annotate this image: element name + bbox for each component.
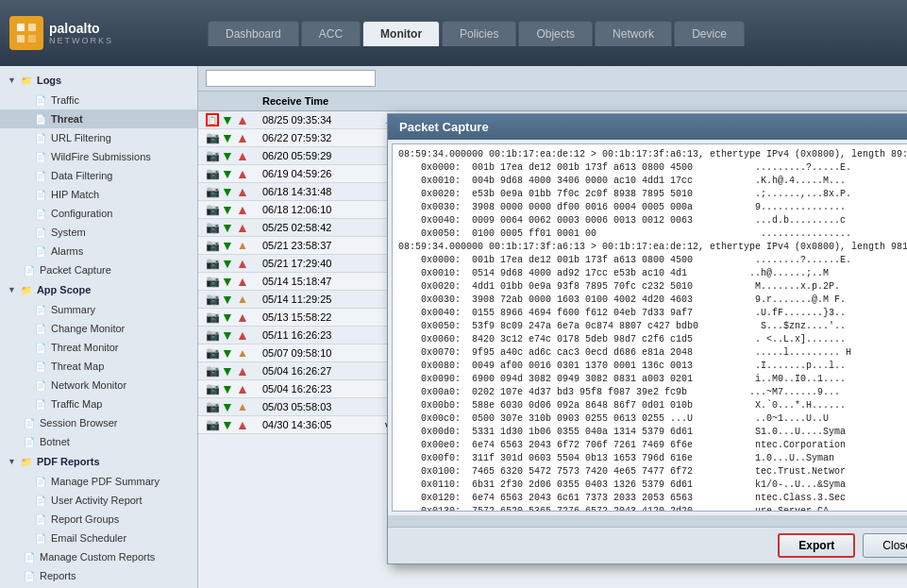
export-button[interactable]: Export xyxy=(778,533,855,558)
row-up-icon[interactable]: ▲ xyxy=(236,239,249,252)
sidebar-item-network-monitor[interactable]: 📄 Network Monitor xyxy=(0,376,197,395)
row-up-icon[interactable]: ▲ xyxy=(236,311,249,324)
sidebar-item-session-browser[interactable]: 📄 Session Browser xyxy=(0,413,197,432)
tab-monitor[interactable]: Monitor xyxy=(362,21,440,46)
row-down-icon[interactable]: ▼ xyxy=(221,328,234,342)
row-pcap-icon[interactable]: 📷 xyxy=(206,131,219,144)
row-pcap-icon[interactable]: 📷 xyxy=(206,311,219,324)
red-bordered-icon[interactable]: 📋 xyxy=(206,113,219,126)
sidebar-item-threat-map[interactable]: 📄 Threat Map xyxy=(0,357,197,376)
row-pcap-icon[interactable]: 📷 xyxy=(206,239,219,252)
row-down-icon[interactable]: ▼ xyxy=(221,293,234,306)
row-down-icon[interactable]: ▼ xyxy=(221,113,234,126)
sidebar-item-configuration[interactable]: 📄 Configuration xyxy=(0,204,197,223)
sidebar-item-manage-pdf[interactable]: 📄 Manage PDF Summary xyxy=(0,472,197,491)
row-down-icon[interactable]: ▼ xyxy=(221,257,234,270)
row-pcap-icon[interactable]: 📷 xyxy=(206,203,219,216)
row-pcap-icon[interactable]: 📷 xyxy=(206,346,219,360)
row-pcap-icon[interactable]: 📷 xyxy=(206,364,219,378)
row-up-icon[interactable]: ▲ xyxy=(236,185,249,198)
sidebar-item-summary[interactable]: 📄 Summary xyxy=(0,300,197,319)
row-up-icon[interactable]: ▲ xyxy=(236,293,249,306)
row-pcap-icon[interactable]: 📷 xyxy=(206,149,219,162)
row-up-icon[interactable]: ▲ xyxy=(236,257,249,270)
sidebar-item-reports[interactable]: 📄 Reports xyxy=(0,566,197,585)
modal-header: Packet Capture ? xyxy=(388,114,907,140)
row-down-icon[interactable]: ▼ xyxy=(221,203,234,216)
row-down-icon[interactable]: ▼ xyxy=(221,311,234,324)
tab-network[interactable]: Network xyxy=(595,21,672,46)
sidebar-item-data-filtering[interactable]: 📄 Data Filtering xyxy=(0,166,197,185)
row-down-icon[interactable]: ▼ xyxy=(221,221,234,234)
sidebar-group-pdf[interactable]: ▼ 📁 PDF Reports xyxy=(0,451,197,472)
row-up-icon[interactable]: ▲ xyxy=(236,364,249,378)
tab-acc[interactable]: ACC xyxy=(301,21,361,46)
row-up-icon[interactable]: ▲ xyxy=(236,131,249,144)
search-input[interactable] xyxy=(206,70,376,87)
sidebar-item-alarms[interactable]: 📄 Alarms xyxy=(0,242,197,260)
sidebar-item-hip-match[interactable]: 📄 HIP Match xyxy=(0,185,197,204)
tab-device[interactable]: Device xyxy=(674,21,745,46)
sidebar-item-traffic-map[interactable]: 📄 Traffic Map xyxy=(0,395,197,413)
sidebar-item-change-monitor[interactable]: 📄 Change Monitor xyxy=(0,319,197,338)
row-pcap-icon[interactable]: 📷 xyxy=(206,328,219,342)
row-pcap-icon[interactable]: 📷 xyxy=(206,382,219,395)
row-pcap-icon[interactable]: 📷 xyxy=(206,275,219,288)
row-down-icon[interactable]: ▼ xyxy=(221,418,234,431)
row-down-icon[interactable]: ▼ xyxy=(221,400,234,413)
row-pcap-icon[interactable]: 📷 xyxy=(206,400,219,413)
sidebar-item-report-groups[interactable]: 📄 Report Groups xyxy=(0,510,197,529)
row-pcap-icon[interactable]: 📷 xyxy=(206,185,219,198)
sidebar-item-threat-monitor[interactable]: 📄 Threat Monitor xyxy=(0,338,197,357)
horizontal-scrollbar[interactable] xyxy=(388,515,907,527)
row-down-icon[interactable]: ▼ xyxy=(221,185,234,198)
sidebar-item-user-activity[interactable]: 📄 User Activity Report xyxy=(0,491,197,510)
row-up-icon[interactable]: ▲ xyxy=(236,346,249,360)
tab-policies[interactable]: Policies xyxy=(442,21,516,46)
close-button[interactable]: Close xyxy=(863,533,907,558)
row-down-icon[interactable]: ▼ xyxy=(221,239,234,252)
row-down-icon[interactable]: ▼ xyxy=(221,364,234,378)
row-down-icon[interactable]: ▼ xyxy=(221,167,234,180)
sidebar-group-appscope[interactable]: ▼ 📁 App Scope xyxy=(0,279,197,300)
sidebar-item-url-filtering[interactable]: 📄 URL Filtering xyxy=(0,128,197,147)
tab-objects[interactable]: Objects xyxy=(518,21,593,46)
sidebar-item-email-scheduler[interactable]: 📄 Email Scheduler xyxy=(0,529,197,547)
sidebar-item-packet-capture[interactable]: 📄 Packet Capture xyxy=(0,260,197,279)
row-down-icon[interactable]: ▼ xyxy=(221,275,234,288)
row-up-icon[interactable]: ▲ xyxy=(236,400,249,413)
sidebar-item-manage-custom[interactable]: 📄 Manage Custom Reports xyxy=(0,547,197,566)
packet-capture-text[interactable]: 08:59:34.000000 00:1b:17:ea:de:12 > 00:1… xyxy=(392,143,907,512)
row-pcap-icon[interactable]: 📷 xyxy=(206,418,219,431)
row-up-icon[interactable]: ▲ xyxy=(236,203,249,216)
row-down-icon[interactable]: ▼ xyxy=(221,346,234,360)
row-pcap-icon[interactable]: 📷 xyxy=(206,221,219,234)
sidebar-item-botnet[interactable]: 📄 Botnet xyxy=(0,432,197,451)
sidebar-item-traffic[interactable]: 📄 Traffic xyxy=(0,91,197,109)
row-up-icon[interactable]: ▲ xyxy=(236,382,249,395)
row-up-icon[interactable]: ▲ xyxy=(236,418,249,431)
row-receive-time-17: 04/30 14:36:05 xyxy=(262,419,385,430)
row-pcap-icon[interactable]: 📷 xyxy=(206,257,219,270)
row-up-icon[interactable]: ▲ xyxy=(236,113,249,126)
sidebar-item-wildfire[interactable]: 📄 WildFire Submissions xyxy=(0,147,197,166)
sidebar-item-threat[interactable]: 📄 Threat xyxy=(0,109,197,128)
row-down-icon[interactable]: ▼ xyxy=(221,149,234,162)
row-up-icon[interactable]: ▲ xyxy=(236,149,249,162)
sidebar-group-logs[interactable]: ▼ 📁 Logs xyxy=(0,70,197,91)
row-down-icon[interactable]: ▼ xyxy=(221,382,234,395)
session-doc-icon: 📄 xyxy=(23,416,36,429)
sidebar-threat-map-label: Threat Map xyxy=(51,361,104,372)
row-down-icon[interactable]: ▼ xyxy=(221,131,234,144)
tab-dashboard[interactable]: Dashboard xyxy=(208,21,299,46)
row-up-icon[interactable]: ▲ xyxy=(236,167,249,180)
appscope-folder-icon: 📁 xyxy=(20,283,33,296)
row-pcap-icon[interactable]: 📷 xyxy=(206,293,219,306)
sidebar-item-system[interactable]: 📄 System xyxy=(0,223,197,242)
row-pcap-icon[interactable]: 📷 xyxy=(206,167,219,180)
row-up-icon[interactable]: ▲ xyxy=(236,328,249,342)
svg-rect-0 xyxy=(17,24,25,31)
row-detail-icon[interactable]: 📋 xyxy=(206,113,219,126)
row-up-icon[interactable]: ▲ xyxy=(236,275,249,288)
row-up-icon[interactable]: ▲ xyxy=(236,221,249,234)
